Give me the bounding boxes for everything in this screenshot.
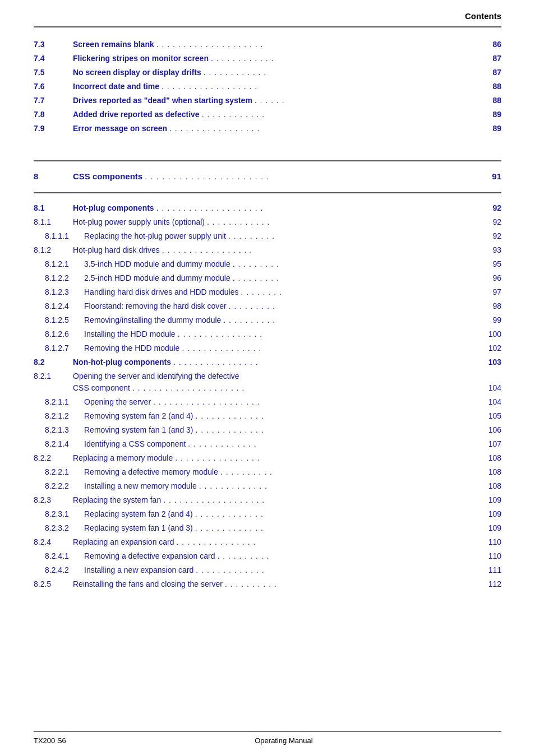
toc-label: Replacing an expansion card <box>73 536 174 548</box>
toc-row: 8.1.2.22.5-inch HDD module and dummy mod… <box>34 272 501 284</box>
toc-dots: . . . . . . . . . . . . <box>202 109 479 120</box>
toc-number: 8.2.1.1 <box>34 396 73 408</box>
toc-dots: . . . . . . . . . . . . . . . . . . . <box>163 494 479 506</box>
toc-row: 8.2.3.2Replacing system fan 1 (and 3) . … <box>34 522 501 534</box>
toc-label: Non-hot-plug components <box>73 356 171 368</box>
toc-number: 8.2.3.1 <box>34 508 73 520</box>
toc-number: 7.6 <box>34 81 73 92</box>
toc-row: 8.2.4.2Installing a new expansion card .… <box>34 564 501 576</box>
toc-page: 92 <box>479 202 501 214</box>
toc-row: 8.1.2.7Removing the HDD module . . . . .… <box>34 342 501 354</box>
footer-center: Operating Manual <box>255 736 312 745</box>
toc-row: 8.2.4Replacing an expansion card . . . .… <box>34 536 501 548</box>
toc-page: 98 <box>479 300 501 312</box>
toc-row: 8.1.1Hot-plug power supply units (option… <box>34 216 501 228</box>
toc-row: 8.2.2Replacing a memory module . . . . .… <box>34 452 501 464</box>
toc-dots: . . . . . . . . . . . . . . . . <box>173 356 479 368</box>
toc-dots: . . . . . . <box>255 95 479 106</box>
page: Contents 7.3Screen remains blank . . . .… <box>0 0 535 756</box>
toc-label: Hot-plug components <box>73 202 154 214</box>
toc-dots: . . . . . . . . . . . . . . . . . . . . <box>156 39 479 50</box>
toc-row: 8.1.2.4Floorstand: removing the hard dis… <box>34 300 501 312</box>
toc-number: 8.1.2.5 <box>34 314 73 326</box>
toc-number: 7.9 <box>34 123 73 134</box>
toc-page: 111 <box>479 564 501 576</box>
toc-dots: . . . . . . . . . . . . . . . . . . . . <box>156 202 479 214</box>
toc-page: 108 <box>479 466 501 478</box>
toc-row: 8.2.5Reinstalling the fans and closing t… <box>34 578 501 590</box>
toc-page: 103 <box>479 356 501 368</box>
toc-number: 8.2.2.2 <box>34 480 73 492</box>
toc-dots: . . . . . . . . . <box>228 230 479 242</box>
toc-dots: . . . . . . . . . . . . <box>204 67 479 78</box>
toc-number: 8.2.4.1 <box>34 550 73 562</box>
toc-dots: . . . . . . . . . . . . . <box>196 564 479 576</box>
toc-page: 92 <box>479 216 501 228</box>
toc-page: 88 <box>479 81 501 92</box>
toc-label: Removing a defective memory module <box>73 466 218 478</box>
toc-number: 8.1 <box>34 202 73 214</box>
toc-page: 92 <box>479 230 501 242</box>
toc-row: 8.2.1Opening the server and identifying … <box>34 370 501 394</box>
toc-page: 102 <box>479 342 501 354</box>
toc-number: 7.8 <box>34 109 73 120</box>
toc-dots: . . . . . . . . . . . . . . . . . . . . <box>153 396 479 408</box>
toc-dots: . . . . . . . . <box>241 286 479 298</box>
toc-row: 7.5No screen display or display drifts .… <box>34 67 501 78</box>
toc-number: 8.2.5 <box>34 578 73 590</box>
toc-dots: . . . . . . . . . . . . . <box>195 522 479 534</box>
toc-page: 109 <box>479 508 501 520</box>
toc-label: Error message on screen <box>73 123 167 134</box>
toc-row: 7.3Screen remains blank . . . . . . . . … <box>34 39 501 50</box>
toc-row: 8.2.4.1Removing a defective expansion ca… <box>34 550 501 562</box>
toc-row: 8.2Non-hot-plug components . . . . . . .… <box>34 356 501 368</box>
toc-label: Drives reported as "dead" when starting … <box>73 95 252 106</box>
section-8-toc: 8.1Hot-plug components . . . . . . . . .… <box>34 202 501 590</box>
toc-dots: . . . . . . . . . <box>233 258 479 270</box>
toc-row: 8.1.2.13.5-inch HDD module and dummy mod… <box>34 258 501 270</box>
toc-label: 2.5-inch HDD module and dummy module <box>73 272 230 284</box>
toc-label: Replacing a memory module <box>73 452 173 464</box>
toc-page: 96 <box>479 272 501 284</box>
toc-number: 8.2.4 <box>34 536 73 548</box>
toc-page: 104 <box>479 396 501 408</box>
toc-page: 109 <box>479 522 501 534</box>
toc-page: 106 <box>479 424 501 436</box>
toc-label: No screen display or display drifts <box>73 67 201 78</box>
toc-dots: . . . . . . . . . . <box>220 466 479 478</box>
toc-row: 8.2.2.1Removing a defective memory modul… <box>34 466 501 478</box>
footer-left: TX200 S6 <box>34 736 66 745</box>
toc-dots: . . . . . . . . . . . . . <box>195 508 479 520</box>
toc-dots: . . . . . . . . . . . . . . . . <box>178 328 479 340</box>
toc-row: 8.1.2.6Installing the HDD module . . . .… <box>34 328 501 340</box>
toc-number: 8.2.4.2 <box>34 564 73 576</box>
toc-number: 8.2.3 <box>34 494 73 506</box>
toc-dots: . . . . . . . . . . . . . . . <box>182 342 479 354</box>
toc-dots: . . . . . . . . . . . . <box>211 53 479 64</box>
toc-page: 107 <box>479 438 501 450</box>
toc-number: 7.4 <box>34 53 73 64</box>
toc-dots: . . . . . . . . . . . . . . . . . <box>169 123 479 134</box>
toc-label: Screen remains blank <box>73 39 154 50</box>
toc-row-section-8: 8CSS components . . . . . . . . . . . . … <box>34 170 501 183</box>
toc-number: 8.2.1.3 <box>34 424 73 436</box>
toc-label: Floorstand: removing the hard disk cover <box>73 300 227 312</box>
toc-page: 87 <box>479 67 501 78</box>
toc-page: 105 <box>479 410 501 422</box>
toc-label: Replacing system fan 2 (and 4) <box>73 508 193 520</box>
toc-dots: . . . . . . . . . . . . . <box>196 410 479 422</box>
toc-page: 93 <box>479 244 501 256</box>
toc-number: 7.5 <box>34 67 73 78</box>
toc-page: 89 <box>479 123 501 134</box>
toc-row: 8.1.2.3Handling hard disk drives and HDD… <box>34 286 501 298</box>
toc-row: 8.2.1.3Removing system fan 1 (and 3) . .… <box>34 424 501 436</box>
toc-row: 8.2.1.2Removing system fan 2 (and 4) . .… <box>34 410 501 422</box>
toc-dots: . . . . . . . . . . . . . . . <box>177 536 479 548</box>
toc-row: 8.2.3Replacing the system fan . . . . . … <box>34 494 501 506</box>
toc-dots: . . . . . . . . . . . . . <box>196 424 479 436</box>
toc-label: Removing system fan 2 (and 4) <box>73 410 193 422</box>
toc-row: 8.2.3.1Replacing system fan 2 (and 4) . … <box>34 508 501 520</box>
toc-label: Removing/installing the dummy module <box>73 314 221 326</box>
toc-number: 8.1.2.4 <box>34 300 73 312</box>
toc-number: 8.1.2.2 <box>34 272 73 284</box>
